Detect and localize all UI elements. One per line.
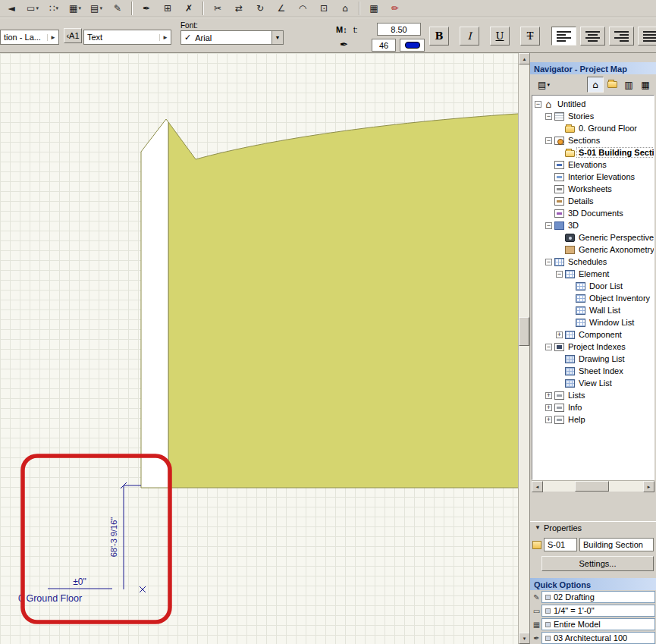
section-id-field[interactable]: S-01: [544, 538, 577, 551]
tree-item-stories[interactable]: −Stories: [532, 110, 654, 122]
align-center-button[interactable]: [580, 27, 605, 46]
drawing-canvas[interactable]: 68'-3 9/16" ±0" 0 Ground Floor ▲ ▼: [0, 53, 529, 644]
tree-item-generic-axonometry[interactable]: Generic Axonometry: [532, 243, 654, 256]
tree-item-schedules[interactable]: −Schedules: [532, 256, 654, 268]
tree-item-sheet-index[interactable]: Sheet Index: [532, 365, 654, 377]
navigator-header[interactable]: Navigator - Project Map: [530, 62, 656, 74]
tree-expander[interactable]: +: [545, 404, 552, 411]
tree-item-drawing-list[interactable]: Drawing List: [532, 353, 654, 365]
tree-expander[interactable]: −: [545, 113, 552, 120]
tree-item-help[interactable]: +Help: [532, 413, 654, 426]
layout-combo[interactable]: tion - La... ►: [0, 30, 59, 45]
tree-item-details[interactable]: Details: [532, 195, 654, 207]
parameter-pickup-icon[interactable]: ✎: [108, 2, 127, 16]
tree-item-component[interactable]: +Component: [532, 328, 654, 341]
quick-option-field[interactable]: 03 Architectural 100: [541, 632, 655, 644]
settings-button[interactable]: Settings...: [541, 556, 654, 571]
tree-horizontal-scrollbar[interactable]: ◄ ►: [532, 480, 654, 492]
tree-item-3d-documents[interactable]: 3D Documents: [532, 207, 654, 219]
tree-expander[interactable]: +: [545, 416, 552, 423]
text-favorite-combo[interactable]: Text ►: [83, 30, 171, 45]
tree-item-project-indexes[interactable]: −Project Indexes: [532, 341, 654, 353]
quick-option-field[interactable]: Entire Model: [541, 618, 655, 630]
tree-item-door-list[interactable]: Door List: [532, 280, 654, 292]
align-left-button[interactable]: [551, 27, 576, 46]
scroll-up-button[interactable]: ▲: [519, 53, 529, 64]
move-icon[interactable]: ⇄: [229, 2, 249, 16]
arc-icon[interactable]: ◠: [293, 2, 312, 16]
font-combo[interactable]: ✓ Arial ▼: [180, 30, 284, 45]
layout-book-icon[interactable]: ▥: [620, 77, 637, 93]
bold-button[interactable]: B: [429, 27, 449, 46]
tree-expander[interactable]: −: [545, 137, 552, 144]
snap-grid-icon[interactable]: ∷▾: [44, 2, 64, 16]
wall-shape[interactable]: [141, 119, 168, 488]
text-size-field[interactable]: 8.50: [377, 23, 421, 36]
scrollbar-thumb[interactable]: [519, 317, 529, 346]
flyout-arrow-icon[interactable]: ►: [47, 34, 58, 41]
scroll-right-button[interactable]: ►: [643, 481, 654, 492]
tree-expander[interactable]: −: [556, 271, 563, 278]
tree-item-interior-elevations[interactable]: Interior Elevations: [532, 171, 654, 183]
favorites-icon[interactable]: ⊞: [158, 2, 177, 16]
quick-option-field[interactable]: 1/4" = 1'-0": [541, 605, 655, 617]
properties-header[interactable]: ▼ Properties: [530, 521, 656, 533]
strikethrough-button[interactable]: T: [520, 27, 540, 46]
tree-item-3d[interactable]: −3D: [532, 219, 654, 231]
chevron-down-icon[interactable]: ▼: [272, 31, 283, 44]
tree-item-0-ground-floor[interactable]: 0. Ground Floor: [532, 122, 654, 134]
quick-option-field[interactable]: 02 Drafting: [541, 591, 655, 603]
tree-expander[interactable]: −: [545, 259, 552, 265]
tree-item-view-list[interactable]: View List: [532, 377, 654, 389]
tree-item-info[interactable]: +Info: [532, 401, 654, 413]
dimension-style-button[interactable]: ‹A1: [64, 28, 82, 43]
tree-item-lists[interactable]: +Lists: [532, 389, 654, 401]
elevation-text[interactable]: ±0": [73, 576, 86, 587]
tree-expander[interactable]: −: [545, 344, 552, 350]
tree-item-wall-list[interactable]: Wall List: [532, 304, 654, 316]
tree-item-s-01-building-section[interactable]: S-01 Building Section: [532, 146, 654, 159]
grid-options-icon[interactable]: ▦▾: [65, 2, 85, 16]
cut-icon[interactable]: ✂: [208, 2, 228, 16]
section-name-field[interactable]: Building Section: [579, 538, 654, 551]
underline-button[interactable]: U: [490, 27, 510, 46]
scroll-left-button[interactable]: ◄: [532, 481, 543, 492]
home-story-icon[interactable]: ⌂: [335, 2, 355, 16]
tree-item-sections[interactable]: −Sections: [532, 134, 654, 146]
story-level-text[interactable]: 0 Ground Floor: [18, 593, 82, 604]
pen-tool-icon[interactable]: ✒: [137, 2, 156, 16]
view-map-icon[interactable]: [604, 77, 620, 93]
tree-item-elevations[interactable]: Elevations: [532, 159, 654, 171]
align-justify-button[interactable]: [638, 27, 656, 46]
dimension-text[interactable]: 68'-3 9/16": [109, 517, 118, 558]
mirror-icon[interactable]: ∠: [272, 2, 291, 16]
multiply-icon[interactable]: ⊡: [314, 2, 334, 16]
publisher-icon[interactable]: ▦: [637, 77, 654, 93]
back-arrow-icon[interactable]: ◄: [2, 2, 21, 16]
scrollbar-track[interactable]: [543, 481, 643, 492]
delete-icon[interactable]: ✗: [179, 2, 199, 16]
grid-tool-icon[interactable]: ▦: [364, 2, 384, 16]
canvas-vertical-scrollbar[interactable]: ▲ ▼: [518, 53, 529, 644]
scrollbar-track[interactable]: [519, 64, 529, 633]
tree-item-element[interactable]: −Element: [532, 268, 654, 280]
scroll-down-button[interactable]: ▼: [519, 633, 529, 644]
align-right-button[interactable]: [609, 27, 634, 46]
scrollbar-thumb[interactable]: [575, 481, 609, 492]
project-chooser-icon[interactable]: ▤▾: [532, 77, 555, 93]
dimension-lines[interactable]: [48, 482, 146, 592]
flyout-arrow-icon[interactable]: ►: [159, 34, 171, 41]
rotate-icon[interactable]: ↻: [250, 2, 270, 16]
pen-color-swatch[interactable]: [400, 39, 425, 52]
brush-icon[interactable]: ✏: [385, 2, 405, 16]
tree-item-generic-perspective[interactable]: Generic Perspective: [532, 231, 654, 243]
quick-options-header[interactable]: Quick Options: [530, 578, 656, 590]
layers-icon[interactable]: ▤▾: [86, 2, 106, 16]
tree-item-worksheets[interactable]: Worksheets: [532, 183, 654, 195]
tree-item-window-list[interactable]: Window List: [532, 316, 654, 328]
italic-button[interactable]: I: [460, 27, 479, 46]
tree-expander[interactable]: −: [535, 101, 541, 108]
pen-number-field[interactable]: 46: [372, 39, 396, 52]
tree-expander[interactable]: +: [556, 331, 563, 338]
tree-expander[interactable]: +: [545, 392, 552, 399]
